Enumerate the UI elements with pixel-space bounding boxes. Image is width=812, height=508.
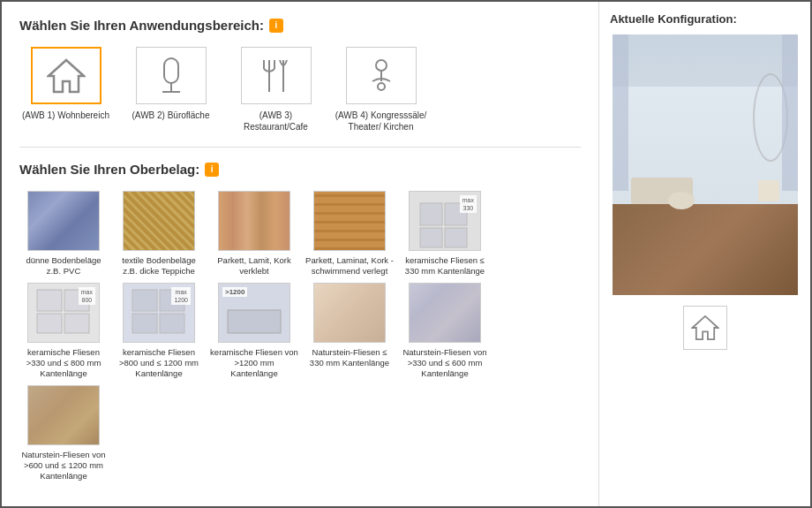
right-panel-title: Aktuelle Konfiguration: xyxy=(610,12,737,26)
svg-rect-16 xyxy=(37,290,62,311)
naturstein-330-label: Naturstein-Fliesen ≤ 330 mm Kantenlänge xyxy=(305,347,394,369)
awb-icon-box-3 xyxy=(241,47,312,104)
room-chair xyxy=(758,180,779,201)
config-house-icon-box xyxy=(683,306,727,350)
keramisch-330-label: keramische Fliesen ≤ 330 mm Kantenlänge xyxy=(401,255,489,277)
floor-item-naturstein-1200[interactable]: Naturstein-Fliesen von >600 und ≤ 1200 m… xyxy=(19,385,108,482)
svg-rect-22 xyxy=(132,314,157,333)
room-curtain-left xyxy=(613,34,628,191)
svg-marker-25 xyxy=(692,316,718,339)
floor-icon-keramisch-330: max330 xyxy=(409,191,481,251)
svg-rect-20 xyxy=(132,290,157,311)
room-curtain-right xyxy=(782,34,798,191)
floor-icon-keramisch-gt1200: >1200 xyxy=(218,283,290,343)
section1-info-icon[interactable]: i xyxy=(269,19,283,33)
awb-item-3[interactable]: (AWB 3) Restaurant/Cafe xyxy=(229,47,322,133)
awb-grid: (AWB 1) Wohnbereich (AWB 2) Bürofläche xyxy=(19,47,581,133)
floor-row-3: Naturstein-Fliesen von >600 und ≤ 1200 m… xyxy=(19,385,581,482)
awb3-label: (AWB 3) Restaurant/Cafe xyxy=(229,110,322,133)
svg-point-11 xyxy=(378,83,385,90)
svg-rect-18 xyxy=(37,314,62,333)
section1-title-text: Wählen Sie Ihren Anwendungsbereich: xyxy=(19,18,264,33)
page-container: Wählen Sie Ihren Anwendungsbereich: i (A… xyxy=(0,0,812,508)
svg-point-9 xyxy=(376,60,387,71)
floor-row-2: max800 keramische Fliesen >330 und ≤ 800… xyxy=(19,283,581,380)
awb-icon-box-1 xyxy=(31,47,102,104)
floor-item-naturstein-600[interactable]: Naturstein-Fliesen von >330 und ≤ 600 mm… xyxy=(401,283,489,380)
floor-icon-keramisch-800: max800 xyxy=(27,283,100,343)
naturstein-330-swatch xyxy=(314,284,385,342)
floor-item-keramisch-gt1200[interactable]: >1200 keramische Fliesen von >1200 mm Ka… xyxy=(210,283,298,380)
section2-info-icon[interactable]: i xyxy=(205,163,219,177)
svg-rect-1 xyxy=(164,58,178,83)
svg-rect-12 xyxy=(420,203,442,225)
awb-item-2[interactable]: (AWB 2) Bürofläche xyxy=(124,47,217,133)
office-icon xyxy=(154,57,189,95)
awb1-label: (AWB 1) Wohnbereich xyxy=(22,110,109,121)
parkett-schwimmend-swatch xyxy=(314,192,385,250)
keramisch-gt1200-overlay: >1200 xyxy=(222,287,247,297)
naturstein-1200-label: Naturstein-Fliesen von >600 und ≤ 1200 m… xyxy=(19,450,108,482)
svg-marker-0 xyxy=(49,60,84,92)
floor-item-keramisch-1200[interactable]: max1200 keramische Fliesen >800 und ≤ 12… xyxy=(115,283,203,380)
pvc-label: dünne Bodenbeläge z.B. PVC xyxy=(19,255,108,277)
config-house-icon xyxy=(691,314,719,342)
naturstein-1200-swatch xyxy=(28,386,99,444)
awb2-label: (AWB 2) Bürofläche xyxy=(132,110,210,121)
floor-item-keramisch-330[interactable]: max330 keramische Fliesen ≤ 330 mm Kante… xyxy=(401,191,489,277)
right-panel: Aktuelle Konfiguration: xyxy=(598,2,810,506)
keramisch-1200-label: keramische Fliesen >800 und ≤ 1200 mm Ka… xyxy=(115,347,203,380)
floor-row-1: dünne Bodenbeläge z.B. PVC textile Boden… xyxy=(19,191,581,277)
keramisch-330-overlay: max330 xyxy=(460,195,477,213)
floor-item-pvc[interactable]: dünne Bodenbeläge z.B. PVC xyxy=(19,191,108,277)
awb-icon-box-2 xyxy=(136,47,207,104)
section1-title: Wählen Sie Ihren Anwendungsbereich: i xyxy=(19,18,581,33)
keramisch-gt1200-swatch: >1200 xyxy=(219,284,289,342)
house-icon xyxy=(47,57,86,95)
keramisch-330-swatch: max330 xyxy=(410,192,480,250)
floor-icon-pvc xyxy=(27,191,100,251)
floor-icon-parkett-schwimmend xyxy=(313,191,386,251)
parkett-schwimmend-label: Parkett, Laminat, Kork - schwimmend verl… xyxy=(305,255,394,277)
section2-title-text: Wählen Sie Ihren Oberbelag: xyxy=(19,162,199,177)
svg-rect-14 xyxy=(420,228,442,247)
svg-rect-24 xyxy=(228,310,281,333)
floor-item-parkett-verklebt[interactable]: Parkett, Lamit, Kork verklebt xyxy=(210,191,298,277)
awb-icon-box-4 xyxy=(346,47,417,104)
left-panel: Wählen Sie Ihren Anwendungsbereich: i (A… xyxy=(2,2,598,506)
parkett-verklebt-label: Parkett, Lamit, Kork verklebt xyxy=(210,255,298,277)
section2-title: Wählen Sie Ihren Oberbelag: i xyxy=(19,162,581,177)
floor-item-textile[interactable]: textile Bodenbeläge z.B. dicke Teppiche xyxy=(115,191,203,277)
conference-icon xyxy=(362,57,401,95)
keramisch-gt1200-label: keramische Fliesen von >1200 mm Kantenlä… xyxy=(210,347,298,380)
naturstein-600-swatch xyxy=(410,284,480,342)
svg-rect-19 xyxy=(64,314,89,333)
keramisch-800-swatch: max800 xyxy=(28,284,99,342)
floor-icon-keramisch-1200: max1200 xyxy=(123,283,195,343)
awb-item-1[interactable]: (AWB 1) Wohnbereich xyxy=(19,47,112,133)
naturstein-600-label: Naturstein-Fliesen von >330 und ≤ 600 mm… xyxy=(401,347,489,380)
keramisch-1200-swatch: max1200 xyxy=(124,284,194,342)
parkett-verklebt-swatch xyxy=(219,192,289,250)
floor-icon-naturstein-330 xyxy=(313,283,386,343)
floor-icon-naturstein-1200 xyxy=(27,385,100,445)
floor-item-parkett-schwimmend[interactable]: Parkett, Laminat, Kork - schwimmend verl… xyxy=(305,191,394,277)
floor-item-keramisch-800[interactable]: max800 keramische Fliesen >330 und ≤ 800… xyxy=(19,283,108,380)
awb4-label: (AWB 4) Kongresssäle/ Theater/ Kirchen xyxy=(335,110,427,133)
room-table xyxy=(668,192,695,209)
svg-rect-23 xyxy=(160,314,184,333)
floor-icon-textile xyxy=(123,191,195,251)
keramisch-800-overlay: max800 xyxy=(79,287,95,305)
textile-swatch xyxy=(124,192,194,250)
keramisch-1200-overlay: max1200 xyxy=(171,287,191,305)
awb-item-4[interactable]: (AWB 4) Kongresssäle/ Theater/ Kirchen xyxy=(335,47,427,133)
config-image xyxy=(613,34,798,295)
keramisch-800-label: keramische Fliesen >330 und ≤ 800 mm Kan… xyxy=(19,347,108,380)
room-floor xyxy=(613,204,798,295)
floor-icon-naturstein-600 xyxy=(409,283,481,343)
divider xyxy=(19,147,581,148)
textile-label: textile Bodenbeläge z.B. dicke Teppiche xyxy=(115,255,203,277)
floor-item-naturstein-330[interactable]: Naturstein-Fliesen ≤ 330 mm Kantenlänge xyxy=(305,283,394,380)
floor-icon-parkett-verklebt xyxy=(218,191,290,251)
svg-rect-15 xyxy=(445,228,467,247)
